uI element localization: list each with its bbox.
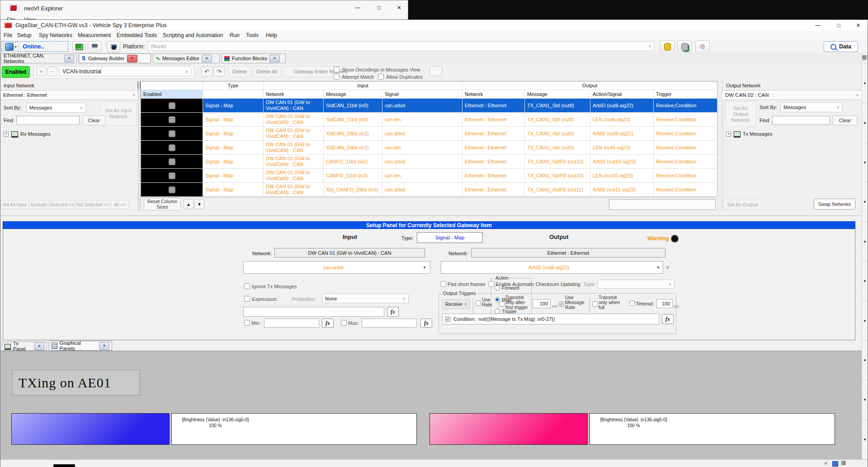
row-enabled-checkbox[interactable]: ✓: [169, 130, 175, 137]
min-input[interactable]: [264, 319, 319, 328]
redo-button[interactable]: ↷: [213, 67, 225, 76]
enabled-cell[interactable]: ✓: [141, 141, 203, 155]
enabled-cell[interactable]: ✓: [141, 155, 203, 169]
tx-messages-tree-item[interactable]: Tx Messages: [743, 131, 772, 137]
cell-onn[interactable]: Ethernet : Ethernet: [462, 99, 525, 113]
cell-onm[interactable]: TX_CAN1_XtdFD (out11): [525, 183, 590, 197]
row-enabled-checkbox[interactable]: ✓: [169, 186, 175, 193]
menu-help[interactable]: Help: [266, 32, 277, 38]
cell-ins[interactable]: can.arbid: [382, 155, 462, 169]
menu-run[interactable]: Run: [230, 32, 240, 38]
selected-button[interactable]: Selected >>: [49, 200, 75, 209]
min-fx-button[interactable]: fx: [322, 319, 334, 328]
input-find-clear-button[interactable]: Clear: [82, 115, 106, 125]
table-row[interactable]: ✓Signal - MapDW CAN 01 (GW to VividCAN) …: [141, 127, 717, 141]
table-row[interactable]: ✓Signal - MapDW CAN 01 (GW to VividCAN) …: [141, 113, 717, 127]
dock-grid-icon[interactable]: ▦: [862, 54, 867, 60]
table-row[interactable]: ✓Signal - MapDW CAN 01 (GW to VividCAN) …: [141, 183, 717, 197]
cell-onn[interactable]: Ethernet : Ethernet: [462, 155, 525, 169]
output-find-input[interactable]: [772, 116, 830, 125]
cell-inm[interactable]: XtdCAN_29bit (in1): [324, 127, 382, 141]
output-type-select[interactable]: ∨: [598, 280, 675, 289]
cell-ins[interactable]: can.arbid: [382, 99, 462, 113]
tab-close-icon[interactable]: ✕: [99, 342, 109, 350]
output-network-select[interactable]: DW CAN 02 : CAN ∨: [722, 90, 862, 100]
condition-field[interactable]: ✓ Condition: not({(Message Is Tx Msg) :i…: [442, 314, 659, 324]
col-in-message[interactable]: Message: [324, 90, 382, 99]
cell-type[interactable]: Signal - Map: [203, 141, 264, 155]
cell-type[interactable]: Signal - Map: [203, 99, 264, 113]
dock-segment[interactable]: [862, 103, 868, 143]
cell-onm[interactable]: TX_CAN1_Std (out8): [525, 99, 590, 113]
expression-input[interactable]: [243, 307, 384, 317]
cell-ins[interactable]: can.len: [382, 169, 462, 183]
transmit-after-checkbox[interactable]: [499, 301, 505, 307]
tab-close-icon[interactable]: ✕: [269, 55, 280, 62]
hardware-chip-button[interactable]: [72, 41, 86, 52]
timeout-input[interactable]: 100: [656, 299, 673, 308]
cell-onn[interactable]: Ethernet : Ethernet: [462, 183, 525, 197]
cell-trg[interactable]: Receive;Condition: [654, 127, 717, 141]
vspy-close-button[interactable]: ✕: [849, 20, 868, 31]
table-row[interactable]: ✓Signal - MapDW CAN 01 (GW to VividCAN) …: [141, 169, 717, 183]
gateway-network-select[interactable]: VCAN-Industrial ∨: [59, 66, 191, 76]
output-sort-select[interactable]: Messages ∨: [780, 102, 843, 112]
col-in-signal[interactable]: Signal: [382, 90, 462, 99]
expression-checkbox[interactable]: [244, 296, 250, 302]
cell-trg[interactable]: Receive;Condition: [654, 169, 717, 183]
dropdown-arrow-icon[interactable]: ▼: [656, 266, 663, 270]
brightness-gradient-blue[interactable]: [11, 413, 170, 445]
col-enabled[interactable]: Enabled: [141, 90, 203, 99]
cell-inn[interactable]: DW CAN 01 (GW to VividCAN) : CAN: [264, 113, 324, 127]
cell-onm[interactable]: TX_CAN1_Xtd (out9): [525, 141, 590, 155]
tab-ethernet-can-networks[interactable]: ETHERNET, CAN, Networks ✕: [1, 53, 77, 63]
max-input[interactable]: [362, 319, 417, 328]
rx-messages-tree-item[interactable]: Rx Messages: [20, 131, 51, 137]
status-grid-icon[interactable]: ▦: [841, 459, 846, 466]
row-enabled-checkbox[interactable]: ✓: [169, 144, 175, 151]
cell-onn[interactable]: Ethernet : Ethernet: [462, 141, 525, 155]
show-decodings-checkbox[interactable]: [334, 67, 340, 72]
dock-segment[interactable]: [862, 341, 868, 380]
neovi-close-button[interactable]: ✕: [390, 1, 408, 14]
menu-measurement[interactable]: Measurement: [78, 32, 111, 38]
cell-oas[interactable]: LEN (out8-sig23): [590, 113, 654, 127]
col-out-message[interactable]: Message: [525, 90, 590, 99]
move-down-button[interactable]: ▼: [194, 199, 204, 209]
output-find-clear-button[interactable]: Clear: [833, 115, 857, 125]
dock-segment[interactable]: [862, 182, 868, 222]
min-checkbox[interactable]: [244, 320, 250, 326]
cell-oas[interactable]: LEN (out9-sig23): [590, 141, 654, 155]
set-as-output-button[interactable]: Set As Output: [723, 200, 761, 210]
cell-onn[interactable]: Ethernet : Ethernet: [462, 169, 525, 183]
vspy-maximize-button[interactable]: □: [828, 20, 849, 31]
cell-oas[interactable]: ArbID (out9-sig22): [590, 127, 654, 141]
cell-inm[interactable]: CANFD_11bit (in2): [324, 155, 382, 169]
dock-segment[interactable]: [862, 64, 868, 103]
enabled-button[interactable]: Enabled: [2, 66, 30, 78]
cell-type[interactable]: Signal - Map: [203, 155, 264, 169]
transmit-full-checkbox[interactable]: [592, 301, 598, 307]
all-button[interactable]: All >>: [111, 200, 129, 209]
cell-ins[interactable]: can.arbid: [382, 127, 462, 141]
tab-tx-panel[interactable]: Tx Panel ✕: [2, 342, 47, 351]
cell-inn[interactable]: DW CAN 01 (GW to VividCAN) : CAN: [264, 99, 324, 113]
use-rate-checkbox[interactable]: [476, 300, 481, 306]
not-selected-button[interactable]: Not Selected >>: [75, 200, 110, 209]
vspy-minimize-button[interactable]: —: [807, 20, 828, 31]
col-in-network[interactable]: Network: [264, 90, 324, 99]
row-enabled-checkbox[interactable]: ✓: [169, 116, 175, 123]
set-as-input-button[interactable]: Set As Input: [0, 200, 28, 209]
rx-tree-expand-icon[interactable]: +: [4, 132, 9, 137]
dock-segment[interactable]: [862, 262, 868, 301]
max-fx-button[interactable]: fx: [420, 319, 432, 328]
dock-strip[interactable]: [862, 64, 868, 459]
col-action-signal[interactable]: Action/Signal: [590, 90, 654, 99]
row-enabled-checkbox[interactable]: ✓: [169, 102, 175, 109]
receive-select[interactable]: Receive ∨: [442, 299, 470, 309]
cell-trg[interactable]: Receive;Condition: [654, 155, 717, 169]
dock-segment[interactable]: [862, 380, 868, 419]
online-play-button[interactable]: ▾: [3, 42, 19, 52]
setup-out-signal-select[interactable]: ArbID (out8-sig22) ▼: [441, 261, 663, 274]
protection-select[interactable]: None ∨: [322, 294, 409, 303]
